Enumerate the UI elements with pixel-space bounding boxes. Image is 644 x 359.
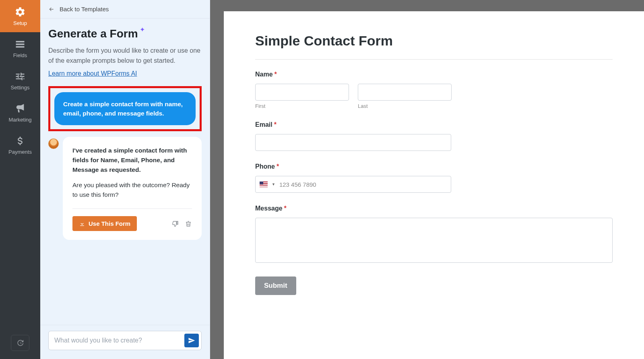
nav-fields[interactable]: Fields xyxy=(0,32,40,64)
ai-response-1: I've created a simple contact form with … xyxy=(72,146,192,175)
ai-panel: Back to Templates Generate a Form ✦ Desc… xyxy=(40,0,210,359)
chat-input[interactable] xyxy=(54,337,180,344)
field-phone: Phone* ▼ 123 456 7890 xyxy=(255,163,613,193)
phone-label: Phone* xyxy=(255,163,613,170)
ai-response-2: Are you pleased with the outcome? Ready … xyxy=(72,180,192,200)
nav-marketing[interactable]: Marketing xyxy=(0,97,40,129)
email-input[interactable] xyxy=(255,134,451,151)
first-sublabel: First xyxy=(255,103,349,109)
nav-settings[interactable]: Settings xyxy=(0,64,40,97)
panel-description: Describe the form you would like to crea… xyxy=(48,46,202,66)
prompt-highlight: Create a simple contact form with name, … xyxy=(48,86,202,132)
form-title: Simple Contact Form xyxy=(255,33,613,60)
trash-icon[interactable] xyxy=(185,220,192,227)
user-message: Create a simple contact form with name, … xyxy=(54,92,196,126)
gear-icon xyxy=(14,6,26,18)
nav-label: Payments xyxy=(8,149,32,155)
nav-label: Settings xyxy=(11,85,30,91)
field-message: Message* xyxy=(255,205,613,264)
back-label: Back to Templates xyxy=(60,6,109,12)
back-to-templates[interactable]: Back to Templates xyxy=(40,0,210,19)
phone-placeholder: 123 456 7890 xyxy=(279,181,316,188)
download-icon xyxy=(79,221,85,227)
send-icon xyxy=(188,337,195,344)
last-sublabel: Last xyxy=(358,103,452,109)
email-label: Email* xyxy=(255,121,613,128)
nav-label: Fields xyxy=(13,52,27,58)
list-icon xyxy=(14,39,26,50)
nav-label: Setup xyxy=(13,20,27,26)
chat-area: Create a simple contact form with name, … xyxy=(40,81,210,325)
sparkle-icon: ✦ xyxy=(140,26,145,33)
use-btn-label: Use This Form xyxy=(89,220,130,227)
arrow-left-icon xyxy=(48,6,55,12)
left-nav: Setup Fields Settings Marketing Payments xyxy=(0,0,40,359)
use-this-form-button[interactable]: Use This Form xyxy=(72,216,137,231)
ai-avatar xyxy=(48,138,59,149)
form-preview: Simple Contact Form Name* First Last Ema… xyxy=(224,11,644,359)
bullhorn-icon xyxy=(14,103,26,114)
nav-setup[interactable]: Setup xyxy=(0,0,40,32)
message-label: Message* xyxy=(255,205,613,212)
field-email: Email* xyxy=(255,121,613,151)
panel-title: Generate a Form xyxy=(48,27,138,40)
message-input[interactable] xyxy=(255,218,613,263)
name-label: Name* xyxy=(255,71,451,78)
sliders-icon xyxy=(14,71,26,82)
learn-more-link[interactable]: Learn more about WPForms AI xyxy=(48,70,137,77)
us-flag-icon xyxy=(260,182,268,187)
submit-button[interactable]: Submit xyxy=(255,276,296,295)
send-button[interactable] xyxy=(184,334,199,347)
ai-message: I've created a simple contact form with … xyxy=(63,137,202,240)
dollar-icon xyxy=(14,135,26,146)
nav-payments[interactable]: Payments xyxy=(0,129,40,161)
history-button[interactable] xyxy=(11,335,29,351)
last-name-input[interactable] xyxy=(358,84,452,101)
field-name: Name* First Last xyxy=(255,71,451,109)
nav-footer xyxy=(0,327,40,359)
first-name-input[interactable] xyxy=(255,84,349,101)
phone-input[interactable]: ▼ 123 456 7890 xyxy=(255,176,451,193)
chat-input-area xyxy=(40,325,210,359)
thumbs-down-icon[interactable] xyxy=(172,220,179,227)
nav-label: Marketing xyxy=(8,117,31,123)
flag-caret-icon: ▼ xyxy=(272,182,275,186)
history-icon xyxy=(16,339,24,347)
form-preview-area: Simple Contact Form Name* First Last Ema… xyxy=(210,0,644,359)
